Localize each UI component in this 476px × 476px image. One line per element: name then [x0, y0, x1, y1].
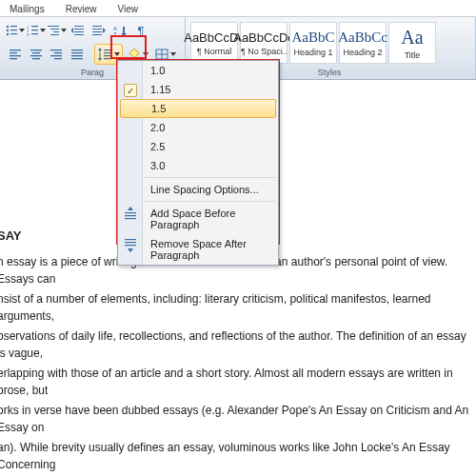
justify-button[interactable]: [68, 45, 87, 64]
svg-rect-17: [74, 29, 84, 30]
svg-rect-35: [30, 55, 42, 56]
svg-rect-9: [31, 30, 38, 30]
align-right-button[interactable]: [47, 45, 66, 64]
svg-marker-47: [98, 58, 102, 61]
body-text: bservations of daily life, recollections…: [0, 327, 476, 362]
svg-rect-18: [74, 31, 84, 32]
add-space-before[interactable]: Add Space Before Paragraph: [118, 204, 278, 234]
svg-point-0: [7, 26, 9, 28]
spacing-1-5[interactable]: 1.5: [120, 99, 276, 118]
decrease-indent-button[interactable]: [69, 21, 88, 40]
remove-space-after[interactable]: Remove Space After Paragraph: [118, 234, 278, 265]
menu-separator: [145, 177, 275, 178]
svg-rect-5: [10, 33, 17, 34]
svg-rect-42: [71, 52, 83, 53]
tab-mailings[interactable]: Mailings: [6, 2, 49, 16]
svg-marker-63: [128, 248, 133, 252]
tab-view[interactable]: View: [113, 2, 142, 16]
menu-separator: [145, 201, 275, 202]
svg-marker-25: [103, 28, 106, 33]
svg-rect-24: [92, 34, 102, 35]
ribbon-tab-strip: Mailings Review View: [0, 0, 476, 17]
style-no-spacing[interactable]: AaBbCcDc¶ No Spaci...: [240, 22, 288, 64]
bullets-button[interactable]: [6, 21, 25, 40]
style-heading2[interactable]: AaBbCcHeading 2: [339, 22, 387, 64]
svg-rect-44: [71, 58, 83, 59]
numbering-button[interactable]: 123: [27, 21, 46, 40]
svg-point-2: [7, 30, 9, 31]
line-spacing-options[interactable]: Line Spacing Options...: [118, 180, 278, 199]
style-heading1[interactable]: AaBbCHeading 1: [289, 22, 337, 64]
svg-marker-59: [128, 207, 133, 210]
add-before-icon: [123, 207, 138, 222]
svg-text:Z: Z: [113, 31, 117, 36]
svg-rect-46: [99, 50, 100, 59]
style-normal[interactable]: AaBbCcDc¶ Normal: [190, 22, 238, 64]
svg-marker-28: [121, 27, 127, 36]
svg-rect-43: [71, 55, 83, 56]
svg-rect-1: [10, 26, 17, 27]
spacing-2-0[interactable]: 2.0: [118, 118, 278, 137]
show-marks-button[interactable]: ¶: [131, 21, 150, 40]
svg-rect-34: [32, 52, 40, 53]
align-center-button[interactable]: [27, 45, 46, 64]
body-text: an). While brevity usually defines an es…: [0, 439, 476, 473]
line-spacing-menu: 1.0 ✓ 1.15 1.5 2.0 2.5 3.0 Line Spacing …: [117, 60, 279, 266]
spacing-3-0[interactable]: 3.0: [118, 156, 278, 175]
svg-rect-23: [92, 31, 102, 32]
svg-rect-13: [50, 29, 59, 30]
svg-rect-15: [50, 34, 59, 35]
svg-rect-39: [50, 55, 62, 56]
multilevel-list-button[interactable]: [48, 21, 67, 40]
svg-rect-16: [74, 26, 84, 27]
svg-rect-60: [125, 239, 136, 240]
spacing-1-15[interactable]: ✓ 1.15: [118, 80, 278, 99]
svg-rect-11: [31, 33, 38, 34]
svg-text:3: 3: [27, 32, 30, 36]
svg-rect-36: [32, 58, 40, 59]
align-left-button[interactable]: [6, 45, 25, 64]
sort-button[interactable]: AZ: [110, 21, 129, 40]
body-text: orks in verse have been dubbed essays (e…: [0, 402, 476, 436]
increase-indent-button[interactable]: [89, 21, 109, 40]
style-title[interactable]: AaTitle: [388, 22, 436, 64]
spacing-2-5[interactable]: 2.5: [118, 137, 278, 156]
svg-rect-48: [104, 50, 111, 50]
spacing-1-0[interactable]: 1.0: [118, 61, 278, 80]
svg-rect-31: [10, 55, 21, 56]
svg-rect-51: [104, 58, 111, 59]
svg-point-4: [7, 33, 9, 35]
svg-rect-32: [10, 58, 17, 59]
tab-review[interactable]: Review: [62, 2, 101, 16]
svg-rect-61: [125, 242, 136, 243]
body-text: erlapping with those of an article and a…: [0, 365, 476, 399]
svg-rect-50: [104, 55, 111, 56]
svg-rect-7: [31, 26, 38, 27]
svg-rect-19: [74, 34, 84, 35]
checkmark-icon: ✓: [124, 84, 137, 97]
svg-rect-40: [54, 58, 62, 59]
svg-rect-33: [30, 50, 42, 50]
svg-rect-30: [10, 52, 17, 53]
svg-rect-57: [125, 215, 136, 216]
svg-rect-14: [53, 31, 59, 32]
svg-rect-62: [125, 245, 136, 246]
svg-rect-21: [92, 26, 102, 27]
svg-rect-38: [54, 52, 62, 53]
remove-after-icon: [123, 237, 138, 252]
svg-rect-3: [10, 30, 17, 30]
svg-marker-20: [71, 28, 73, 33]
svg-rect-49: [104, 52, 111, 53]
svg-rect-56: [125, 212, 136, 213]
svg-rect-37: [50, 50, 62, 50]
svg-rect-41: [71, 50, 83, 50]
svg-rect-22: [92, 29, 102, 30]
body-text: nsist of a number of elements, including…: [0, 290, 476, 325]
svg-rect-29: [10, 50, 21, 50]
svg-rect-12: [48, 26, 59, 27]
svg-rect-58: [125, 218, 136, 219]
